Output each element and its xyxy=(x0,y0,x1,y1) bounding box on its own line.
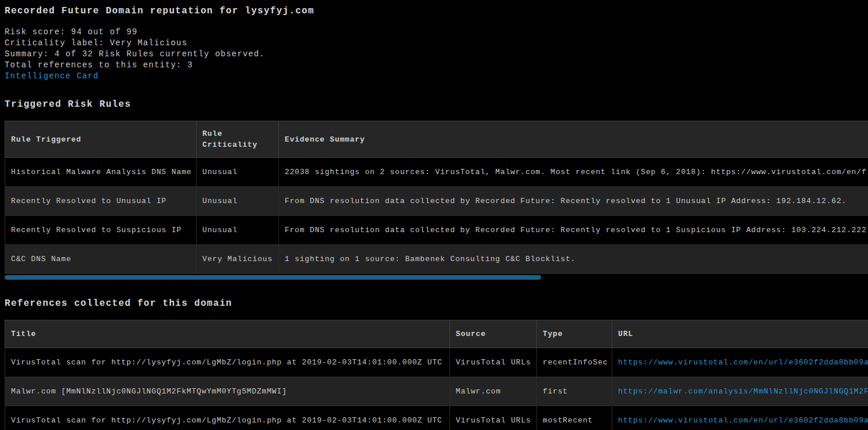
title-cell: VirusTotal scan for http://lysyfyj.com/L… xyxy=(5,406,450,430)
criticality-cell: Very Malicious xyxy=(197,245,279,274)
table-row: Historical Malware Analysis DNS Name Unu… xyxy=(5,158,868,187)
evidence-cell: 1 sighting on 1 source: Bambenek Consult… xyxy=(279,245,868,274)
horizontal-scrollbar-track xyxy=(5,275,868,280)
intelligence-card-link[interactable]: Intelligence Card xyxy=(5,71,99,81)
rule-cell: Historical Malware Analysis DNS Name xyxy=(5,158,197,187)
rule-cell: Recently Resolved to Unusual IP xyxy=(5,187,197,216)
column-header-rule-triggered: Rule Triggered xyxy=(5,121,197,158)
total-references-line: Total references to this entity: 3 xyxy=(5,60,868,71)
column-header-evidence-summary: Evidence Summary xyxy=(279,121,868,158)
report-content: Recorded Future Domain reputation for ly… xyxy=(0,0,868,430)
reference-url-link[interactable]: https://www.virustotal.com/en/url/e3602f… xyxy=(618,358,868,367)
column-header-title: Title xyxy=(5,320,450,348)
risk-rules-header-row: Rule Triggered Rule Criticality Evidence… xyxy=(5,121,868,158)
horizontal-scrollbar-thumb[interactable] xyxy=(5,275,541,280)
references-header-row: Title Source Type URL xyxy=(5,320,868,348)
risk-rules-table-viewport: Rule Triggered Rule Criticality Evidence… xyxy=(5,121,868,274)
source-cell: VirusTotal URLs xyxy=(450,406,537,430)
evidence-cell: From DNS resolution data collected by Re… xyxy=(279,216,868,245)
rule-cell: Recently Resolved to Suspicious IP xyxy=(5,216,197,245)
table-row: C&C DNS Name Very Malicious 1 sighting o… xyxy=(5,245,868,274)
evidence-cell: 22038 sightings on 2 sources: VirusTotal… xyxy=(279,158,868,187)
table-row: VirusTotal scan for http://lysyfyj.com/L… xyxy=(5,406,868,430)
evidence-cell: From DNS resolution data collected by Re… xyxy=(279,187,868,216)
criticality-cell: Unusual xyxy=(197,216,279,245)
type-cell: recentInfoSec xyxy=(537,348,612,377)
triggered-risk-rules-heading: Triggered Risk Rules xyxy=(5,99,868,110)
url-cell: https://www.virustotal.com/en/url/e3602f… xyxy=(612,406,868,430)
title-cell: Malwr.com [MmNlNzllNjc0NGJlNGQ1M2FkMTQwY… xyxy=(5,377,450,406)
references-heading: References collected for this domain xyxy=(5,298,868,309)
source-cell: Malwr.com xyxy=(450,377,537,406)
risk-rules-table: Rule Triggered Rule Criticality Evidence… xyxy=(5,121,868,274)
type-cell: first xyxy=(537,377,612,406)
summary-line: Summary: 4 of 32 Risk Rules currently ob… xyxy=(5,49,868,60)
table-row: VirusTotal scan for http://lysyfyj.com/L… xyxy=(5,348,868,377)
reference-url-link[interactable]: https://malwr.com/analysis/MmNlNzllNjc0N… xyxy=(618,387,868,396)
column-header-source: Source xyxy=(450,320,537,348)
type-cell: mostRecent xyxy=(537,406,612,430)
url-cell: https://malwr.com/analysis/MmNlNzllNjc0N… xyxy=(612,377,868,406)
title-cell: VirusTotal scan for http://lysyfyj.com/L… xyxy=(5,348,450,377)
risk-score-line: Risk score: 94 out of 99 xyxy=(5,27,868,38)
rule-cell: C&C DNS Name xyxy=(5,245,197,274)
criticality-cell: Unusual xyxy=(197,158,279,187)
table-row: Recently Resolved to Suspicious IP Unusu… xyxy=(5,216,868,245)
column-header-rule-criticality: Rule Criticality xyxy=(197,121,279,158)
source-cell: VirusTotal URLs xyxy=(450,348,537,377)
references-table-viewport: Title Source Type URL VirusTotal scan fo… xyxy=(5,320,868,430)
page-title: Recorded Future Domain reputation for ly… xyxy=(5,6,868,17)
table-row: Malwr.com [MmNlNzllNjc0NGJlNGQ1M2FkMTQwY… xyxy=(5,377,868,406)
criticality-label-line: Criticality label: Very Malicious xyxy=(5,38,868,49)
summary-info-block: Risk score: 94 out of 99 Criticality lab… xyxy=(5,27,868,82)
column-header-type: Type xyxy=(537,320,612,348)
table-row: Recently Resolved to Unusual IP Unusual … xyxy=(5,187,868,216)
reference-url-link[interactable]: https://www.virustotal.com/en/url/e3602f… xyxy=(618,416,868,425)
criticality-cell: Unusual xyxy=(197,187,279,216)
url-cell: https://www.virustotal.com/en/url/e3602f… xyxy=(612,348,868,377)
references-table: Title Source Type URL VirusTotal scan fo… xyxy=(5,320,868,430)
column-header-url: URL xyxy=(612,320,868,348)
